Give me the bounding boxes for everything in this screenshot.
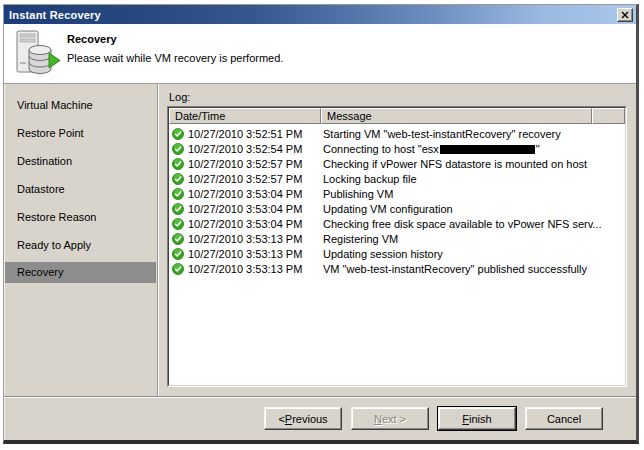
log-row-datetime: 10/27/2010 3:53:04 PM xyxy=(169,203,321,215)
finish-button[interactable]: Finish xyxy=(438,407,516,430)
log-row-message: Starting VM "web-test-instantRecovery" r… xyxy=(321,128,625,140)
column-header-datetime[interactable]: Date/Time xyxy=(169,108,321,124)
log-row-datetime: 10/27/2010 3:52:57 PM xyxy=(169,173,321,185)
green-check-icon xyxy=(172,248,184,260)
sidebar-item-datastore: Datastore xyxy=(4,175,157,203)
previous-button[interactable]: < Previous xyxy=(264,407,342,430)
log-row[interactable]: 10/27/2010 3:53:13 PMVM "web-test-instan… xyxy=(169,261,625,276)
cancel-button[interactable]: Cancel xyxy=(525,407,603,430)
next-button: Next > xyxy=(351,407,429,430)
sidebar-item-virtual-machine: Virtual Machine xyxy=(4,91,157,119)
log-rows: 10/27/2010 3:52:51 PMStarting VM "web-te… xyxy=(169,124,625,385)
green-check-icon xyxy=(172,203,184,215)
log-row-message: Registering VM xyxy=(321,233,625,245)
log-row-datetime: 10/27/2010 3:53:04 PM xyxy=(169,188,321,200)
instant-recovery-wizard-window: Instant Recovery xyxy=(3,4,639,444)
log-row[interactable]: 10/27/2010 3:52:57 PMLocking backup file xyxy=(169,171,625,186)
green-check-icon xyxy=(172,233,184,245)
green-check-icon xyxy=(172,158,184,170)
screenshot-page: Instant Recovery xyxy=(0,0,644,450)
log-label: Log: xyxy=(169,91,627,103)
green-check-icon xyxy=(172,188,184,200)
redacted-hostname xyxy=(440,145,535,154)
server-database-green-arrow-icon xyxy=(12,29,62,83)
log-row-datetime: 10/27/2010 3:53:13 PM xyxy=(169,248,321,260)
log-row-message: Updating VM configuration xyxy=(321,203,625,215)
log-row-message: Connecting to host "esx" xyxy=(321,143,625,155)
sidebar-item-restore-reason: Restore Reason xyxy=(4,203,157,231)
log-row[interactable]: 10/27/2010 3:53:13 PMRegistering VM xyxy=(169,231,625,246)
green-check-icon xyxy=(172,263,184,275)
wizard-button-bar: < PreviousNext >FinishCancel xyxy=(4,396,636,440)
log-row-message: VM "web-test-instantRecovery" published … xyxy=(321,263,625,275)
close-icon xyxy=(621,11,629,19)
log-row[interactable]: 10/27/2010 3:53:04 PMChecking free disk … xyxy=(169,216,625,231)
log-row-datetime: 10/27/2010 3:52:51 PM xyxy=(169,128,321,140)
log-row[interactable]: 10/27/2010 3:52:57 PMChecking if vPower … xyxy=(169,156,625,171)
log-row-message: Checking free disk space available to vP… xyxy=(321,218,625,230)
log-listview-inner: Date/Time Message 10/27/2010 3:52:51 PMS… xyxy=(168,107,626,386)
step-title: Recovery xyxy=(67,33,117,45)
step-subtitle: Please wait while VM recovery is perform… xyxy=(67,52,283,64)
sidebar-item-restore-point: Restore Point xyxy=(4,119,157,147)
sidebar-item-destination: Destination xyxy=(4,147,157,175)
log-row-datetime: 10/27/2010 3:53:04 PM xyxy=(169,218,321,230)
window-title: Instant Recovery xyxy=(9,9,617,21)
column-header-message[interactable]: Message xyxy=(321,108,592,124)
log-row[interactable]: 10/27/2010 3:52:54 PMConnecting to host … xyxy=(169,141,625,156)
log-row[interactable]: 10/27/2010 3:53:13 PMUpdating session hi… xyxy=(169,246,625,261)
log-row[interactable]: 10/27/2010 3:53:04 PMUpdating VM configu… xyxy=(169,201,625,216)
log-row-datetime: 10/27/2010 3:53:13 PM xyxy=(169,233,321,245)
wizard-steps-sidebar: Virtual MachineRestore PointDestinationD… xyxy=(4,84,158,396)
log-row-datetime: 10/27/2010 3:52:54 PM xyxy=(169,143,321,155)
column-header-filler xyxy=(592,108,625,124)
log-row-message: Publishing VM xyxy=(321,188,625,200)
recovery-log-panel: Log: Date/Time Message 10/27/2010 3:52:5… xyxy=(158,84,636,396)
log-row-message: Checking if vPower NFS datastore is moun… xyxy=(321,158,625,170)
window-titlebar[interactable]: Instant Recovery xyxy=(4,5,636,24)
log-row[interactable]: 10/27/2010 3:52:51 PMStarting VM "web-te… xyxy=(169,126,625,141)
sidebar-item-recovery: Recovery xyxy=(5,262,156,283)
log-row-datetime: 10/27/2010 3:52:57 PM xyxy=(169,158,321,170)
close-button[interactable] xyxy=(617,8,633,22)
green-check-icon xyxy=(172,128,184,140)
log-column-headers: Date/Time Message xyxy=(169,108,625,124)
log-row[interactable]: 10/27/2010 3:53:04 PMPublishing VM xyxy=(169,186,625,201)
wizard-header: Recovery Please wait while VM recovery i… xyxy=(4,24,636,84)
log-row-message: Updating session history xyxy=(321,248,625,260)
sidebar-item-ready-to-apply: Ready to Apply xyxy=(4,231,157,259)
green-check-icon xyxy=(172,173,184,185)
green-check-icon xyxy=(172,218,184,230)
log-row-message: Locking backup file xyxy=(321,173,625,185)
wizard-body: Virtual MachineRestore PointDestinationD… xyxy=(4,84,636,396)
green-check-icon xyxy=(172,143,184,155)
log-listview[interactable]: Date/Time Message 10/27/2010 3:52:51 PMS… xyxy=(167,106,627,387)
log-row-datetime: 10/27/2010 3:53:13 PM xyxy=(169,263,321,275)
